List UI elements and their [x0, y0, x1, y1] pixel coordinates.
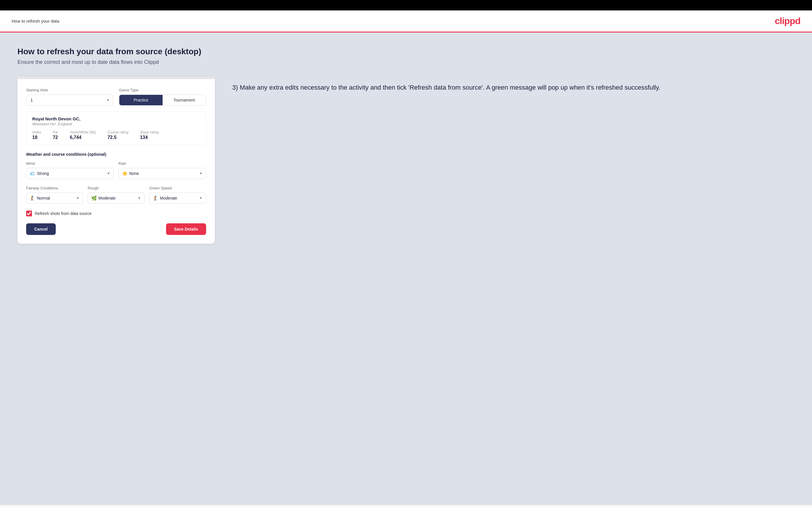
wind-icon: 💨 — [30, 171, 36, 176]
green-speed-label: Green Speed — [149, 186, 206, 190]
side-note-text: 3) Make any extra edits necessary to the… — [232, 83, 795, 92]
stat-holes: Holes 18 — [32, 130, 41, 140]
conditions-heading: Weather and course conditions (optional) — [26, 152, 206, 157]
rough-group: Rough 🌿 Moderate Light Heavy ▼ — [88, 186, 145, 204]
stat-yards-label: Yards/White (M)) — [70, 130, 96, 134]
stat-yards: Yards/White (M)) 6,744 — [70, 130, 96, 140]
stat-slope-rating-label: Slope rating — [140, 130, 158, 134]
save-button[interactable]: Save Details — [166, 223, 206, 235]
starting-hole-select[interactable]: 1 10 — [26, 95, 113, 106]
content-grid: Starting Hole 1 10 ▼ Game Type Practice … — [17, 77, 795, 244]
tournament-button[interactable]: Tournament — [163, 95, 206, 105]
page-heading: How to refresh your data from source (de… — [17, 47, 795, 56]
rough-select-wrapper: 🌿 Moderate Light Heavy ▼ — [88, 192, 145, 204]
practice-button[interactable]: Practice — [119, 95, 163, 105]
stat-par-label: Par — [53, 130, 58, 134]
side-note: 3) Make any extra edits necessary to the… — [232, 77, 795, 92]
stat-par: Par 72 — [53, 130, 58, 140]
rain-select-wrapper: ☀️ None Light Heavy ▼ — [118, 168, 206, 179]
rain-icon: ☀️ — [122, 171, 128, 176]
stat-holes-value: 18 — [32, 135, 41, 140]
wind-group: Wind 💨 Strong None Light Moderate ▼ — [26, 161, 114, 179]
footer: Copyright Clippd 2022 — [0, 505, 812, 507]
stat-course-rating: Course rating 72.5 — [107, 130, 128, 140]
stat-slope-rating: Slope rating 134 — [140, 130, 158, 140]
wind-label: Wind — [26, 161, 114, 166]
course-stats: Holes 18 Par 72 Yards/White (M)) 6,744 C… — [32, 130, 200, 140]
wind-select[interactable]: Strong None Light Moderate — [26, 168, 114, 179]
top-form-row: Starting Hole 1 10 ▼ Game Type Practice … — [26, 88, 206, 106]
course-name: Royal North Devon GC, — [32, 116, 200, 121]
conditions-row-3: Fairway Conditions 🏌️ Normal Soft Firm ▼… — [26, 186, 206, 204]
fairway-icon: 🏌️ — [30, 195, 36, 201]
fairway-label: Fairway Conditions — [26, 186, 83, 190]
stat-slope-rating-value: 134 — [140, 135, 158, 140]
green-speed-group: Green Speed 🏌 Moderate Slow Fast ▼ — [149, 186, 206, 204]
card-actions: Cancel Save Details — [26, 223, 206, 235]
stat-course-rating-label: Course rating — [107, 130, 128, 134]
green-speed-icon: 🏌 — [153, 195, 158, 201]
fairway-select-wrapper: 🏌️ Normal Soft Firm ▼ — [26, 192, 83, 204]
stat-yards-value: 6,744 — [70, 135, 96, 140]
game-type-group: Game Type Practice Tournament — [119, 88, 206, 106]
main-content: How to refresh your data from source (de… — [0, 33, 812, 505]
rain-select[interactable]: None Light Heavy — [118, 168, 206, 179]
rough-icon: 🌿 — [91, 195, 97, 201]
rough-label: Rough — [88, 186, 145, 190]
starting-hole-wrapper: 1 10 ▼ — [26, 95, 113, 106]
stat-holes-label: Holes — [32, 130, 41, 134]
header-title: How to refresh your data — [12, 18, 59, 23]
rain-group: Rain ☀️ None Light Heavy ▼ — [118, 161, 206, 179]
logo: clippd — [775, 16, 800, 26]
card-top-bar — [17, 77, 215, 79]
starting-hole-label: Starting Hole — [26, 88, 113, 92]
course-location: Westward Ho!, England — [32, 122, 200, 126]
course-info-box: Royal North Devon GC, Westward Ho!, Engl… — [26, 111, 206, 145]
game-type-label: Game Type — [119, 88, 206, 92]
game-type-buttons: Practice Tournament — [119, 95, 206, 106]
top-bar — [0, 0, 812, 10]
green-speed-select-wrapper: 🏌 Moderate Slow Fast ▼ — [149, 192, 206, 204]
starting-hole-group: Starting Hole 1 10 ▼ — [26, 88, 113, 106]
conditions-grid: Wind 💨 Strong None Light Moderate ▼ Rain — [26, 161, 206, 179]
form-card: Starting Hole 1 10 ▼ Game Type Practice … — [17, 77, 215, 244]
stat-course-rating-value: 72.5 — [107, 135, 128, 140]
stat-par-value: 72 — [53, 135, 58, 140]
cancel-button[interactable]: Cancel — [26, 223, 56, 235]
page-subheading: Ensure the correct and most up to date d… — [17, 59, 795, 65]
rain-label: Rain — [118, 161, 206, 166]
refresh-checkbox-label: Refresh shots from data source — [35, 211, 92, 216]
refresh-checkbox[interactable] — [26, 211, 32, 216]
header: How to refresh your data clippd — [0, 10, 812, 33]
wind-select-wrapper: 💨 Strong None Light Moderate ▼ — [26, 168, 114, 179]
fairway-group: Fairway Conditions 🏌️ Normal Soft Firm ▼ — [26, 186, 83, 204]
refresh-checkbox-row: Refresh shots from data source — [26, 211, 206, 216]
